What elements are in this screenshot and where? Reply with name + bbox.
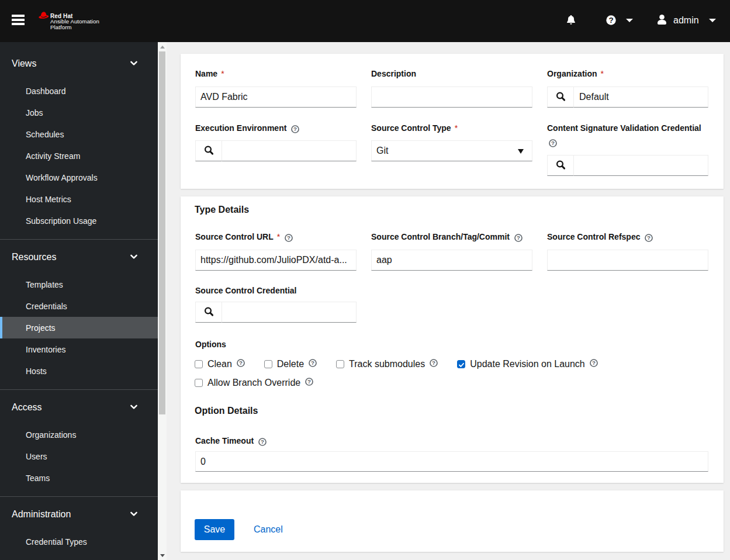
svg-text:?: ? bbox=[261, 438, 264, 445]
svg-text:?: ? bbox=[608, 16, 613, 25]
svg-text:?: ? bbox=[239, 359, 243, 366]
svg-text:?: ? bbox=[287, 234, 290, 241]
svg-text:?: ? bbox=[517, 234, 520, 241]
svg-text:?: ? bbox=[551, 140, 555, 146]
svg-text:?: ? bbox=[307, 378, 311, 385]
svg-text:?: ? bbox=[311, 359, 314, 366]
svg-text:?: ? bbox=[592, 359, 596, 366]
svg-text:?: ? bbox=[432, 359, 435, 366]
svg-text:?: ? bbox=[293, 126, 297, 132]
svg-text:?: ? bbox=[647, 234, 651, 241]
